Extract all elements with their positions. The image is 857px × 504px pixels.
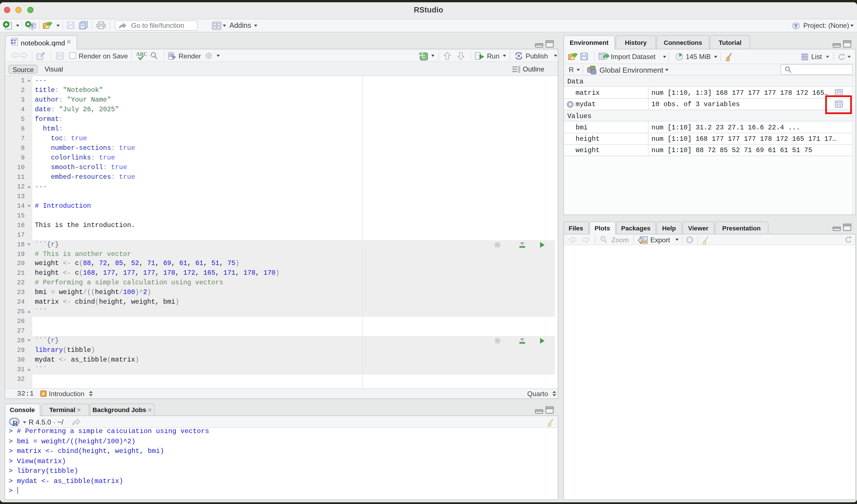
svg-text:R: R [12, 419, 18, 427]
svg-text:R: R [794, 23, 798, 28]
svg-text:R: R [31, 23, 34, 29]
